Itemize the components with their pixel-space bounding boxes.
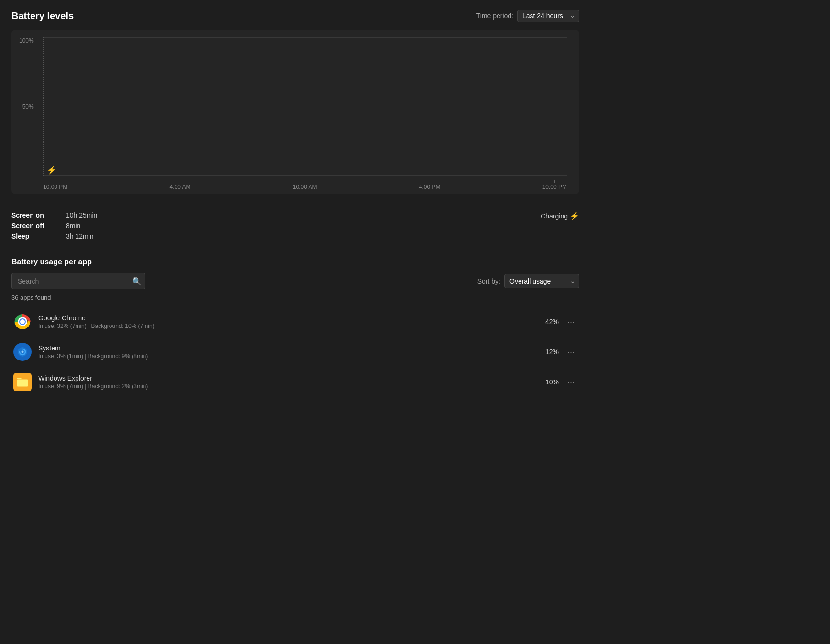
time-period-select-wrapper: Last 24 hours Last 7 days Last 30 days — [517, 10, 579, 22]
system-app-detail: In use: 3% (1min) | Background: 9% (8min… — [38, 353, 540, 360]
explorer-app-name: Windows Explorer — [38, 374, 540, 382]
charging-label: Charging — [541, 212, 568, 220]
explorer-app-detail: In use: 9% (7min) | Background: 2% (3min… — [38, 383, 540, 390]
screen-on-row: Screen on 10h 25min — [11, 211, 97, 219]
apps-found-count: 36 apps found — [11, 294, 579, 301]
x-label-4pm: 4:00 PM — [419, 180, 441, 190]
battery-chart-container: 100% 50% ⚡ 10:00 PM 4: — [11, 30, 579, 194]
chart-area: 100% 50% ⚡ 10:00 PM 4: — [43, 37, 567, 190]
battery-page: Battery levels Time period: Last 24 hour… — [0, 0, 591, 407]
page-title: Battery levels — [11, 11, 74, 22]
tick-10am — [305, 180, 305, 183]
chart-charging-icon: ⚡ — [47, 165, 56, 175]
x-label-4am: 4:00 AM — [170, 180, 191, 190]
tick-4am — [180, 180, 180, 183]
screen-on-label: Screen on — [11, 211, 55, 219]
system-icon — [13, 343, 32, 361]
sort-select[interactable]: Overall usage Name Background usage — [504, 274, 579, 288]
explorer-usage: 10% — [540, 378, 559, 386]
app-item-chrome: Google Chrome In use: 32% (7min) | Backg… — [11, 307, 579, 337]
charging-badge: Charging ⚡ — [541, 211, 579, 220]
chrome-more-button[interactable]: ··· — [564, 315, 577, 329]
stats-section: Screen on 10h 25min Screen off 8min Slee… — [11, 204, 579, 248]
system-usage: 12% — [540, 348, 559, 356]
chrome-app-info: Google Chrome In use: 32% (7min) | Backg… — [38, 314, 540, 329]
time-period-wrapper: Time period: Last 24 hours Last 7 days L… — [476, 10, 579, 22]
screen-off-label: Screen off — [11, 222, 55, 229]
chrome-app-name: Google Chrome — [38, 314, 540, 322]
screen-on-value: 10h 25min — [66, 211, 97, 219]
sleep-value: 3h 12min — [66, 232, 94, 240]
sort-label: Sort by: — [477, 277, 500, 285]
chrome-app-detail: In use: 32% (7min) | Background: 10% (7m… — [38, 323, 540, 329]
system-app-info: System In use: 3% (1min) | Background: 9… — [38, 344, 540, 360]
time-period-label: Time period: — [476, 12, 513, 20]
svg-rect-7 — [17, 379, 28, 387]
page-header: Battery levels Time period: Last 24 hour… — [11, 10, 579, 22]
sort-wrapper: Sort by: Overall usage Name Background u… — [477, 274, 579, 288]
app-item-explorer: Windows Explorer In use: 9% (7min) | Bac… — [11, 367, 579, 397]
app-controls: 🔍 Sort by: Overall usage Name Background… — [11, 273, 579, 289]
x-label-10pm-end: 10:00 PM — [542, 180, 567, 190]
chrome-usage: 42% — [540, 318, 559, 326]
explorer-more-button[interactable]: ··· — [564, 375, 577, 389]
battery-usage-section: Battery usage per app 🔍 Sort by: Overall… — [11, 258, 579, 397]
svg-point-6 — [22, 351, 24, 353]
sort-select-wrapper: Overall usage Name Background usage — [504, 274, 579, 288]
chrome-icon — [13, 313, 32, 331]
y-label-100: 100% — [19, 37, 37, 44]
explorer-app-info: Windows Explorer In use: 9% (7min) | Bac… — [38, 374, 540, 390]
sleep-row: Sleep 3h 12min — [11, 232, 97, 240]
app-item-system: System In use: 3% (1min) | Background: 9… — [11, 337, 579, 367]
screen-off-value: 8min — [66, 222, 80, 229]
battery-usage-title: Battery usage per app — [11, 258, 579, 266]
tick-10pm — [554, 180, 555, 183]
tick-4pm — [430, 180, 430, 183]
stats-left: Screen on 10h 25min Screen off 8min Slee… — [11, 211, 97, 240]
system-more-button[interactable]: ··· — [564, 345, 577, 359]
x-label-10pm-start: 10:00 PM — [43, 184, 67, 190]
bars-wrapper: ⚡ — [43, 37, 567, 176]
search-input[interactable] — [11, 273, 145, 289]
time-period-select[interactable]: Last 24 hours Last 7 days Last 30 days — [517, 10, 579, 22]
explorer-icon — [13, 373, 32, 391]
system-app-name: System — [38, 344, 540, 352]
sleep-label: Sleep — [11, 232, 55, 240]
y-label-50: 50% — [22, 103, 37, 110]
charging-bolt-icon: ⚡ — [570, 211, 579, 220]
search-button[interactable]: 🔍 — [132, 277, 142, 286]
x-label-10am: 10:00 AM — [293, 180, 317, 190]
svg-point-4 — [20, 319, 25, 324]
x-axis-labels: 10:00 PM 4:00 AM 10:00 AM 4:00 PM 10:00 … — [43, 176, 567, 190]
app-list: Google Chrome In use: 32% (7min) | Backg… — [11, 307, 579, 397]
screen-off-row: Screen off 8min — [11, 222, 97, 229]
y-axis-labels: 100% 50% — [19, 37, 37, 176]
search-wrapper: 🔍 — [11, 273, 145, 289]
